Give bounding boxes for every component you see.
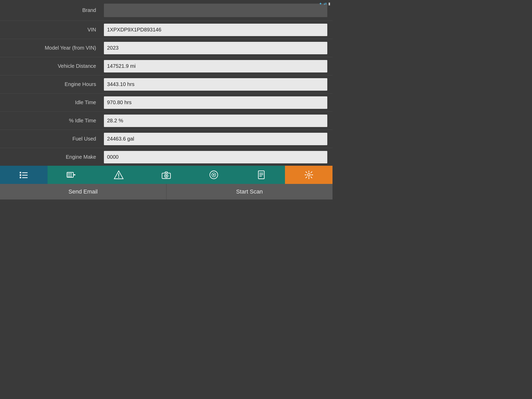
fuel-used-row: Fuel Used 24463.6 gal	[0, 130, 332, 148]
vehicle-distance-row: Vehicle Distance 147521.9 mi	[0, 57, 332, 75]
start-scan-button[interactable]: Start Scan	[167, 184, 333, 200]
idle-time-value: 970.80 hrs	[104, 96, 327, 109]
fuel-used-value: 24463.6 gal	[104, 133, 327, 145]
pct-idle-time-label: % Idle Time	[5, 118, 104, 124]
svg-point-12	[69, 176, 70, 177]
vin-row: VIN 1XPXDP9X1PD893146	[0, 21, 332, 39]
main-content: Brand VIN 1XPXDP9X1PD893146 Model Year (…	[0, 0, 332, 166]
vin-label: VIN	[5, 27, 104, 33]
brand-row: Brand	[0, 0, 332, 21]
svg-point-7	[68, 173, 69, 174]
tire-icon	[209, 170, 219, 180]
engine-hours-row: Engine Hours 3443.10 hrs	[0, 75, 332, 94]
warning-icon	[114, 170, 124, 180]
settings-button[interactable]	[285, 166, 332, 184]
fuel-used-label: Fuel Used	[5, 136, 104, 142]
report-icon	[256, 170, 266, 180]
send-email-button[interactable]: Send Email	[0, 184, 167, 200]
svg-rect-3	[22, 172, 28, 173]
svg-point-13	[71, 173, 72, 174]
engine-make-row: Engine Make 0000	[0, 148, 332, 166]
svg-point-14	[71, 175, 72, 176]
status-bar: ✦ ⇄ ▮	[312, 0, 332, 7]
svg-rect-2	[20, 177, 21, 178]
svg-rect-1	[20, 174, 21, 176]
svg-point-24	[213, 174, 215, 176]
settings-icon	[304, 170, 314, 180]
warning-button[interactable]	[95, 166, 143, 184]
bottom-toolbar	[0, 166, 332, 184]
vehicle-distance-label: Vehicle Distance	[5, 63, 104, 69]
camera-button[interactable]	[143, 166, 190, 184]
idle-time-row: Idle Time 970.80 hrs	[0, 94, 332, 112]
brand-label: Brand	[5, 7, 104, 13]
engine-make-label: Engine Make	[5, 154, 104, 160]
vin-value: 1XPXDP9X1PD893146	[104, 24, 327, 36]
pct-idle-time-value: 28.2 %	[104, 115, 327, 127]
svg-point-10	[69, 173, 70, 174]
svg-rect-27	[259, 174, 263, 175]
svg-point-29	[308, 174, 310, 176]
svg-rect-4	[22, 175, 28, 176]
svg-point-15	[71, 176, 72, 177]
svg-point-8	[68, 175, 69, 176]
svg-rect-5	[22, 177, 28, 178]
model-year-label: Model Year (from VIN)	[5, 45, 104, 51]
svg-point-21	[165, 175, 167, 177]
svg-point-9	[68, 176, 69, 177]
checklist-icon	[19, 170, 29, 180]
device-button[interactable]	[48, 166, 95, 184]
svg-rect-17	[118, 173, 119, 176]
battery-icon: ▮	[328, 2, 330, 6]
report-button[interactable]	[237, 166, 285, 184]
bottom-action-bar: Send Email Start Scan	[0, 184, 332, 200]
vehicle-distance-value: 147521.9 mi	[104, 60, 327, 72]
svg-rect-28	[259, 176, 262, 176]
sync-icon: ⇄	[324, 2, 327, 6]
engine-hours-value: 3443.10 hrs	[104, 78, 327, 91]
svg-point-18	[118, 177, 119, 178]
model-year-value: 2023	[104, 42, 327, 54]
model-year-row: Model Year (from VIN) 2023	[0, 39, 332, 57]
svg-rect-26	[259, 173, 263, 173]
tire-button[interactable]	[190, 166, 237, 184]
bluetooth-icon: ✦	[319, 2, 322, 6]
engine-make-value: 0000	[104, 151, 327, 163]
svg-rect-0	[20, 172, 21, 174]
svg-point-11	[69, 175, 70, 176]
brand-value	[104, 4, 327, 17]
device-icon	[66, 170, 76, 180]
pct-idle-time-row: % Idle Time 28.2 %	[0, 112, 332, 130]
checklist-button[interactable]	[0, 166, 48, 184]
engine-hours-label: Engine Hours	[5, 81, 104, 87]
camera-icon	[161, 170, 171, 180]
idle-time-label: Idle Time	[5, 99, 104, 105]
